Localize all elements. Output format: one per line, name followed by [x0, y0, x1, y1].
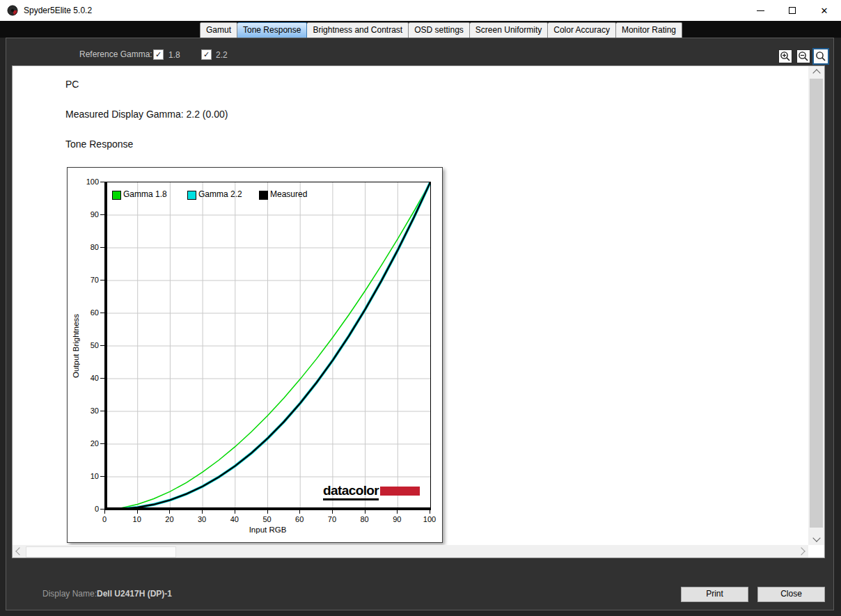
y-tick-label: 20 — [68, 439, 99, 448]
horizontal-scrollbar[interactable] — [13, 545, 808, 558]
y-tick-label: 10 — [68, 472, 99, 480]
tab-monitor-rating[interactable]: Monitor Rating — [616, 22, 682, 38]
zoom-out-button[interactable] — [796, 49, 810, 63]
vertical-scrollbar-thumb[interactable] — [810, 79, 823, 528]
magnifier-plus-icon — [780, 51, 791, 62]
y-tick — [100, 509, 104, 510]
y-tick-label: 80 — [68, 243, 99, 251]
section-heading: Tone Response — [65, 139, 133, 150]
chevron-left-icon — [15, 547, 23, 555]
x-tick-label: 10 — [127, 515, 148, 523]
x-tick-label: 100 — [419, 515, 440, 523]
x-tick — [202, 510, 203, 514]
legend-swatch-gamma-1.8 — [112, 191, 121, 200]
y-tick-label: 50 — [68, 341, 99, 349]
y-tick-label: 30 — [68, 406, 99, 415]
app-icon — [7, 5, 18, 16]
reference-gamma-option-label: 2.2 — [216, 50, 228, 60]
tab-bar: GamutTone ResponseBrightness and Contras… — [200, 22, 682, 38]
chevron-up-icon — [812, 69, 820, 77]
y-tick — [100, 182, 104, 182]
zoom-in-button[interactable] — [778, 49, 792, 63]
tab-gamut[interactable]: Gamut — [200, 22, 237, 38]
x-tick — [235, 510, 235, 514]
y-tick — [100, 214, 104, 215]
y-tick-label: 70 — [68, 276, 99, 284]
y-tick — [100, 443, 104, 444]
tab-strip: GamutTone ResponseBrightness and Contras… — [0, 21, 841, 38]
reference-gamma-checkbox-1-8[interactable]: ✓ — [153, 49, 164, 60]
x-tick-label: 90 — [386, 515, 407, 523]
report-panel: PC Measured Display Gamma: 2.2 (0.00) To… — [13, 66, 808, 545]
x-tick — [299, 510, 300, 514]
scrollbar-corner — [808, 545, 824, 558]
chevron-right-icon — [797, 547, 805, 555]
maximize-icon — [789, 7, 796, 14]
platform-heading: PC — [65, 79, 79, 90]
x-tick-label: 20 — [159, 515, 180, 523]
display-name-value: Dell U2417H (DP)-1 — [97, 589, 172, 599]
x-tick — [137, 510, 138, 514]
minimize-icon — [757, 10, 764, 11]
legend-swatch-gamma-2.2 — [187, 191, 196, 200]
datacolor-logo-bar — [380, 487, 420, 496]
y-tick-label: 0 — [68, 505, 99, 513]
curves-canvas — [105, 182, 430, 510]
y-tick — [100, 378, 104, 379]
y-tick — [100, 345, 104, 346]
chevron-down-icon — [812, 534, 820, 542]
legend-label: Measured — [270, 189, 307, 199]
x-axis-label: Input RGB — [104, 526, 431, 534]
y-tick-label: 60 — [68, 308, 99, 317]
magnifier-minus-icon — [798, 51, 809, 62]
x-tick-label: 30 — [191, 515, 212, 523]
close-icon: ✕ — [821, 6, 828, 15]
reference-gamma-option-label: 1.8 — [168, 50, 180, 60]
x-tick — [104, 510, 105, 514]
y-tick — [100, 476, 104, 477]
y-tick — [100, 411, 104, 411]
y-tick — [100, 280, 104, 281]
print-button[interactable]: Print — [681, 587, 748, 602]
display-name-label: Display Name: — [42, 589, 97, 599]
close-dialog-button[interactable]: Close — [757, 587, 825, 602]
y-tick-label: 100 — [68, 177, 99, 186]
tab-tone-response[interactable]: Tone Response — [237, 22, 307, 38]
scroll-down-button[interactable] — [808, 533, 824, 545]
scroll-up-button[interactable] — [808, 66, 824, 78]
plot-area — [104, 182, 431, 510]
x-tick-label: 50 — [257, 515, 278, 523]
legend-label: Gamma 1.8 — [123, 189, 167, 199]
reference-gamma-checkbox-2-2[interactable]: ✓ — [201, 49, 212, 60]
scroll-right-button[interactable] — [796, 545, 808, 558]
datacolor-logo-text: datacolor — [323, 484, 379, 500]
close-button[interactable]: ✕ — [808, 0, 840, 21]
window-title: Spyder5Elite 5.0.2 — [24, 6, 92, 15]
y-tick — [100, 247, 104, 248]
vertical-scrollbar[interactable] — [808, 66, 824, 545]
x-tick — [169, 510, 170, 514]
x-tick-label: 80 — [354, 515, 375, 523]
x-tick-label: 40 — [224, 515, 245, 523]
minimize-button[interactable] — [744, 0, 776, 21]
zoom-reset-button[interactable] — [812, 48, 829, 65]
tab-brightness-and-contrast[interactable]: Brightness and Contrast — [307, 22, 409, 38]
horizontal-scrollbar-thumb[interactable] — [26, 546, 176, 558]
tab-color-accuracy[interactable]: Color Accuracy — [548, 22, 616, 38]
reference-gamma-label: Reference Gamma: — [79, 49, 152, 59]
maximize-button[interactable] — [776, 0, 808, 21]
scroll-left-button[interactable] — [13, 545, 24, 558]
y-tick — [100, 313, 104, 313]
title-bar: Spyder5Elite 5.0.2 ✕ — [0, 0, 841, 21]
tab-osd-settings[interactable]: OSD settings — [409, 22, 470, 38]
legend-swatch-measured — [259, 191, 268, 200]
x-tick-label: 70 — [322, 515, 343, 523]
legend-label: Gamma 2.2 — [198, 189, 242, 199]
y-tick-label: 40 — [68, 374, 99, 382]
datacolor-logo: datacolor — [323, 484, 420, 500]
x-tick — [267, 510, 268, 514]
x-tick — [332, 510, 333, 514]
x-tick-label: 0 — [94, 515, 115, 523]
tab-screen-uniformity[interactable]: Screen Uniformity — [470, 22, 548, 38]
y-tick-label: 90 — [68, 210, 99, 219]
